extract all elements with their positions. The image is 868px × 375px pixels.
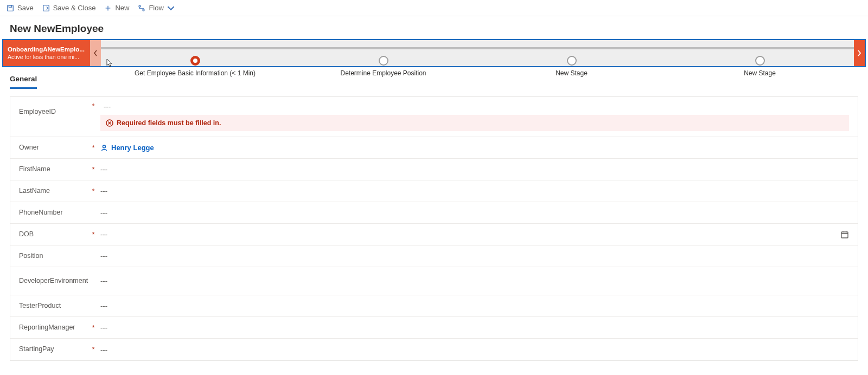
validation-error: Required fields must be filled in. — [100, 115, 849, 131]
owner-name: Henry Legge — [111, 144, 154, 152]
bpf-track — [101, 47, 854, 49]
svg-point-4 — [143, 9, 144, 10]
bpf-stage-label: New Stage — [744, 69, 776, 77]
field-label: StartingPay — [19, 340, 90, 359]
svg-rect-1 — [9, 5, 11, 7]
field-firstname[interactable]: FirstName * --- — [10, 159, 858, 180]
field-label: PhoneNumber — [19, 203, 90, 223]
bpf-process-name: OnboardingANewEmplo... — [8, 46, 86, 53]
record-header: New NewEmployee — [0, 16, 868, 39]
field-value: --- — [100, 165, 107, 173]
bpf-stage-node — [755, 56, 765, 66]
chevron-down-icon — [167, 4, 175, 12]
field-phonenumber[interactable]: PhoneNumber --- — [10, 202, 858, 224]
bpf-next-button[interactable] — [854, 40, 865, 66]
required-indicator: * — [90, 144, 97, 152]
calendar-icon[interactable] — [840, 230, 849, 239]
field-label: LastName — [19, 182, 90, 201]
field-lastname[interactable]: LastName * --- — [10, 180, 858, 202]
bpf-process-status: Active for less than one mi... — [8, 54, 86, 61]
field-dob[interactable]: DOB * --- — [10, 224, 858, 245]
bpf-collapse-button[interactable] — [90, 40, 101, 66]
form-section-general: EmployeeID * --- Required fields must be… — [10, 96, 858, 361]
chevron-right-icon — [857, 49, 862, 57]
save-button[interactable]: Save — [7, 4, 34, 12]
svg-rect-0 — [8, 5, 14, 11]
field-label: DOB — [19, 225, 90, 244]
command-bar: Save Save & Close New Flow — [0, 0, 868, 16]
bpf-stage-node — [379, 56, 388, 66]
field-label: TesterProduct — [19, 296, 90, 316]
field-tester-product[interactable]: TesterProduct --- — [10, 295, 858, 317]
validation-text: Required fields must be filled in. — [117, 119, 221, 127]
field-label: Owner — [19, 138, 90, 158]
required-indicator: * — [90, 102, 97, 110]
svg-rect-7 — [841, 232, 848, 238]
field-value: --- — [100, 346, 107, 354]
field-label: EmployeeID — [19, 102, 90, 122]
field-value: --- — [104, 102, 111, 111]
save-icon — [7, 4, 14, 12]
business-process-flow: OnboardingANewEmplo... Active for less t… — [2, 39, 866, 67]
bpf-stage-label: Get Employee Basic Information (< 1 Min) — [135, 69, 256, 77]
field-reporting-manager[interactable]: ReportingManager * --- — [10, 317, 858, 339]
bpf-stages: Get Employee Basic Information (< 1 Min)… — [101, 40, 854, 66]
owner-lookup[interactable]: Henry Legge — [100, 144, 154, 152]
svg-point-6 — [103, 145, 106, 148]
field-value: --- — [100, 187, 107, 195]
person-icon — [100, 144, 108, 152]
flow-button[interactable]: Flow — [138, 4, 174, 12]
save-close-icon — [42, 4, 50, 12]
plus-icon — [104, 4, 112, 12]
new-button[interactable]: New — [104, 4, 129, 12]
field-value: --- — [100, 324, 107, 332]
field-value: --- — [100, 209, 107, 217]
field-label: DeveloperEnvironment — [19, 271, 90, 291]
required-indicator: * — [90, 324, 97, 332]
required-indicator: * — [90, 231, 97, 238]
field-value: --- — [100, 277, 107, 285]
chevron-left-icon — [93, 49, 98, 57]
page-title: New NewEmployee — [10, 23, 858, 35]
required-indicator: * — [90, 188, 97, 195]
field-starting-pay[interactable]: StartingPay * --- — [10, 339, 858, 360]
field-value: --- — [100, 252, 107, 260]
form-tabs: General — [0, 67, 868, 89]
field-label: Position — [19, 247, 90, 266]
bpf-stage-node — [567, 56, 577, 66]
new-label: New — [115, 4, 129, 12]
field-developer-environment[interactable]: DeveloperEnvironment --- — [10, 267, 858, 295]
field-label: ReportingManager — [19, 318, 90, 338]
bpf-process-info[interactable]: OnboardingANewEmplo... Active for less t… — [3, 40, 90, 66]
bpf-stage-node — [190, 56, 200, 66]
field-value: --- — [100, 230, 107, 238]
required-indicator: * — [90, 166, 97, 173]
error-icon — [106, 119, 113, 127]
bpf-stage-label: New Stage — [556, 69, 588, 77]
save-label: Save — [17, 4, 34, 12]
field-label: FirstName — [19, 160, 90, 179]
field-value: --- — [100, 302, 107, 310]
required-indicator: * — [90, 346, 97, 353]
save-close-label: Save & Close — [53, 4, 96, 12]
flow-icon — [138, 4, 145, 12]
field-position[interactable]: Position --- — [10, 245, 858, 267]
bpf-stage-label: Determine Employee Position — [340, 69, 426, 77]
save-close-button[interactable]: Save & Close — [42, 4, 96, 12]
field-owner[interactable]: Owner * Henry Legge — [10, 137, 858, 159]
svg-point-3 — [139, 5, 141, 7]
flow-label: Flow — [149, 4, 163, 12]
tab-general[interactable]: General — [10, 73, 37, 89]
field-employeeid[interactable]: EmployeeID * --- Required fields must be… — [10, 97, 858, 137]
